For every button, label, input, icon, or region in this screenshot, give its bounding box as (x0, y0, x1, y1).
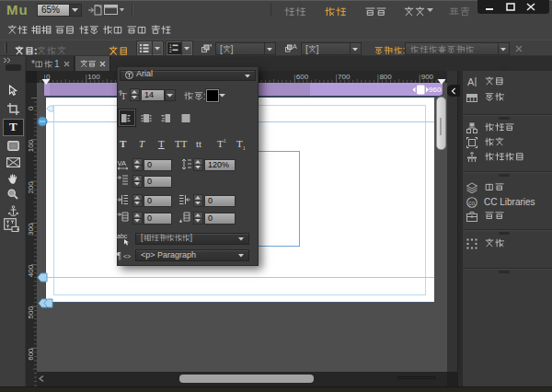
svg-text:co: co (468, 200, 475, 206)
svg-text:VA: VA (118, 159, 126, 167)
svg-text:¶: ¶ (117, 250, 121, 260)
svg-text:<>: <> (123, 253, 131, 259)
svg-text:100: 100 (87, 73, 100, 81)
svg-text:700: 700 (338, 73, 351, 81)
svg-text:500: 500 (27, 306, 35, 319)
svg-text:A: A (293, 43, 297, 50)
svg-text:A: A (467, 76, 475, 87)
svg-text:abc: abc (117, 233, 128, 239)
svg-text:800: 800 (379, 73, 392, 81)
svg-text:400: 400 (27, 264, 35, 277)
svg-text:900: 900 (421, 73, 434, 81)
svg-text:100: 100 (27, 139, 35, 152)
svg-text:2: 2 (169, 49, 172, 52)
svg-text:300: 300 (27, 223, 35, 236)
svg-text:600: 600 (296, 73, 309, 81)
svg-text:200: 200 (27, 181, 35, 194)
svg-text:600: 600 (27, 348, 35, 361)
svg-text:0: 0 (27, 106, 35, 110)
